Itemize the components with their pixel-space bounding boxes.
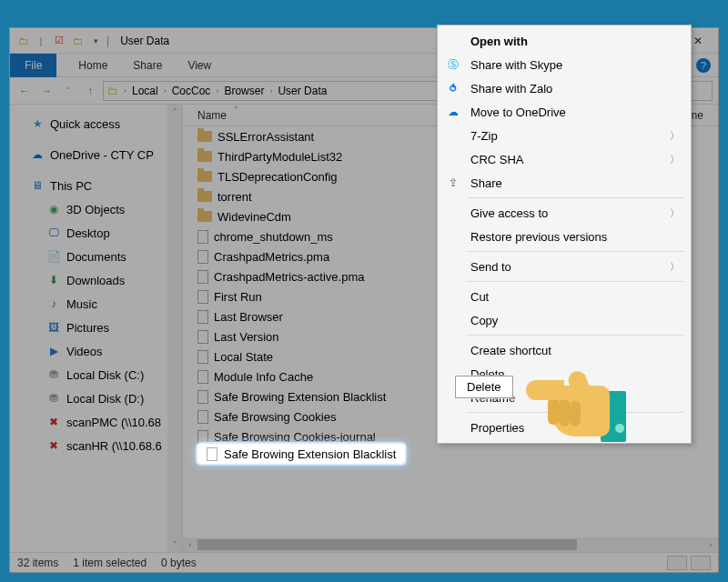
view-large-button[interactable] xyxy=(691,556,711,570)
nav-pane: ★ Quick access ☁ OneDrive - CTY CP 🖥 Thi… xyxy=(10,105,183,552)
ctx-share-skype[interactable]: ⓈShare with Skype xyxy=(438,53,691,76)
file-icon xyxy=(197,390,208,404)
file-name: SSLErrorAssistant xyxy=(217,130,469,144)
sidebar-item[interactable]: ⛃Local Disk (C:) xyxy=(10,363,182,386)
ctx-label: Give access to xyxy=(470,206,548,220)
ctx-send-to[interactable]: Send to〉 xyxy=(438,255,691,278)
sidebar-item[interactable]: ⬇Downloads xyxy=(10,268,182,292)
nav-recent-icon[interactable]: ˅ xyxy=(59,82,77,100)
file-name: ThirdPartyModuleList32 xyxy=(217,150,469,164)
help-icon[interactable]: ? xyxy=(696,58,711,73)
delete-label: Delete xyxy=(467,380,501,394)
crumb[interactable]: CocCoc xyxy=(170,85,213,97)
ctx-give-access[interactable]: Give access to〉 xyxy=(438,201,691,225)
ctx-label: Copy xyxy=(470,314,498,327)
ribbon-view[interactable]: View xyxy=(175,54,224,77)
status-count: 32 items xyxy=(17,557,58,569)
sidebar-label: 3D Objects xyxy=(66,203,125,216)
scroll-thumb[interactable] xyxy=(197,539,577,550)
ctx-label: Properties xyxy=(470,421,524,435)
ribbon-share[interactable]: Share xyxy=(120,54,175,77)
ctx-create-shortcut[interactable]: Create shortcut xyxy=(438,338,691,362)
ctx-restore-versions[interactable]: Restore previous versions xyxy=(438,225,691,248)
sidebar-quick-access[interactable]: ★ Quick access xyxy=(10,112,182,135)
sidebar-item[interactable]: ✖scanHR (\\10.68.6 xyxy=(10,434,182,457)
sidebar-item[interactable]: 📄Documents xyxy=(10,245,182,268)
music-icon: ♪ xyxy=(46,296,61,311)
sidebar-item[interactable]: ◉3D Objects xyxy=(10,197,182,221)
file-icon xyxy=(197,370,208,384)
sidebar-scrollbar[interactable]: ˄ ˅ xyxy=(167,105,182,552)
ctx-copy[interactable]: Copy xyxy=(438,308,691,332)
ctx-separator xyxy=(467,335,683,336)
ctx-open-with[interactable]: Open with xyxy=(438,29,691,53)
ctx-label: Cut xyxy=(470,290,489,304)
sidebar-item[interactable]: 🖵Desktop xyxy=(10,221,182,245)
ctx-move-onedrive[interactable]: ☁Move to OneDrive xyxy=(438,100,691,124)
ctx-label: Share with Zalo xyxy=(470,82,552,95)
crumb[interactable]: Browser xyxy=(222,85,266,97)
file-label: Safe Browing Extension Blacklist xyxy=(224,447,396,461)
sidebar-item[interactable]: ▶Videos xyxy=(10,339,182,363)
crumb[interactable]: User Data xyxy=(276,85,329,97)
sidebar-item[interactable]: ♪Music xyxy=(10,292,182,316)
file-name: Safe Browsing Cookies xyxy=(214,410,465,424)
file-name: Local State xyxy=(214,350,465,364)
nav-up-icon[interactable]: ↑ xyxy=(81,82,99,100)
ribbon-file[interactable]: File xyxy=(10,54,56,77)
sidebar-onedrive[interactable]: ☁ OneDrive - CTY CP xyxy=(10,143,182,166)
chevron-icon[interactable]: › xyxy=(162,86,168,95)
view-details-button[interactable] xyxy=(667,556,687,570)
file-name: Last Version xyxy=(214,330,465,344)
qat-dropdown-icon[interactable]: ▾ xyxy=(88,34,103,48)
submenu-arrow-icon: 〉 xyxy=(670,129,680,143)
sidebar-this-pc[interactable]: 🖥 This PC xyxy=(10,174,182,197)
ctx-crc-sha[interactable]: CRC SHA〉 xyxy=(438,147,691,171)
file-icon xyxy=(197,350,208,364)
scroll-right-icon[interactable]: › xyxy=(703,537,718,552)
delete-highlight[interactable]: Delete xyxy=(455,376,513,398)
ctx-share[interactable]: ⇪Share xyxy=(438,171,691,195)
sidebar-item[interactable]: ✖scanPMC (\\10.68 xyxy=(10,410,182,434)
sidebar-label: Documents xyxy=(66,250,126,264)
ctx-label: Send to xyxy=(470,260,511,274)
status-bar: 32 items 1 item selected 0 bytes xyxy=(10,552,718,572)
ctx-7zip[interactable]: 7-Zip〉 xyxy=(438,124,691,147)
file-name: CrashpadMetrics.pma xyxy=(214,250,465,264)
sidebar-label: Pictures xyxy=(66,321,109,335)
sort-indicator-icon: ˄ xyxy=(234,105,238,114)
ctx-label: Share xyxy=(470,176,502,190)
sidebar-item[interactable]: ⛃Local Disk (D:) xyxy=(10,386,182,410)
chevron-icon[interactable]: › xyxy=(214,86,220,95)
sidebar-item[interactable]: 🖼Pictures xyxy=(10,316,182,339)
ctx-share-zalo[interactable]: ⥀Share with Zalo xyxy=(438,76,691,100)
qat-separator: | xyxy=(34,34,48,48)
file-icon xyxy=(197,290,208,304)
highlighted-file[interactable]: Safe Browing Extension Blacklist xyxy=(196,442,407,466)
qat-prop-icon[interactable]: ☑ xyxy=(52,34,66,48)
ctx-label: Create shortcut xyxy=(470,344,551,357)
ctx-cut[interactable]: Cut xyxy=(438,285,691,308)
file-name: Last Browser xyxy=(214,310,465,324)
crumb[interactable]: Local xyxy=(130,85,160,97)
netdrive-icon: ✖ xyxy=(46,438,61,453)
chevron-icon[interactable]: › xyxy=(268,86,274,95)
ctx-separator xyxy=(467,197,683,198)
scroll-up-icon[interactable]: ˄ xyxy=(167,105,182,119)
disk-icon: ⛃ xyxy=(46,391,61,406)
qat-folder-icon[interactable]: 🗀 xyxy=(70,34,85,48)
nav-back-icon[interactable]: ← xyxy=(15,82,34,100)
chevron-icon[interactable]: › xyxy=(122,86,128,95)
sidebar-label: Local Disk (D:) xyxy=(66,392,144,406)
sidebar-label: Desktop xyxy=(66,226,110,240)
ribbon-home[interactable]: Home xyxy=(66,54,120,77)
cloud-icon: ☁ xyxy=(445,104,461,120)
scroll-down-icon[interactable]: ˅ xyxy=(167,537,182,552)
nav-fwd-icon[interactable]: → xyxy=(37,82,56,100)
folder-icon xyxy=(197,151,212,162)
submenu-arrow-icon: 〉 xyxy=(670,153,680,166)
scroll-left-icon[interactable]: ‹ xyxy=(183,537,197,552)
horizontal-scrollbar[interactable]: ‹ › xyxy=(183,537,718,552)
title-divider: | xyxy=(106,35,109,47)
share-icon: ⇪ xyxy=(445,175,461,191)
